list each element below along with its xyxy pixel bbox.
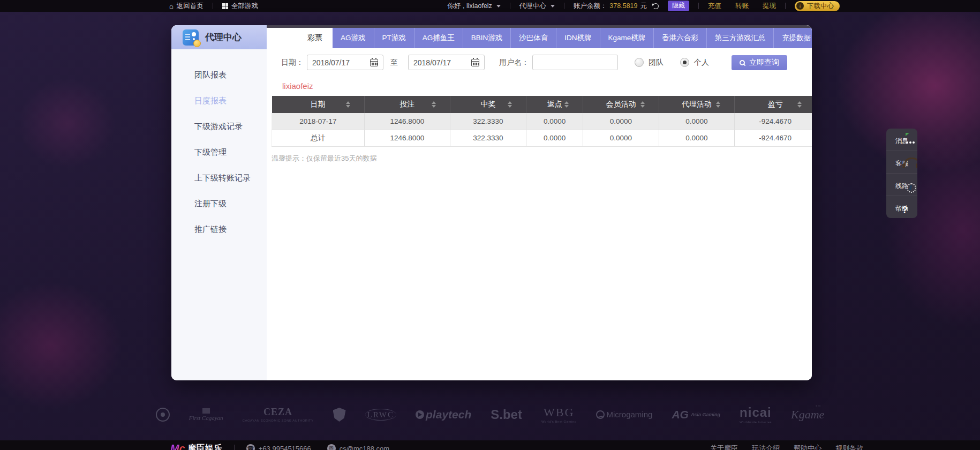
agent-center-label: 代理中心 xyxy=(519,2,546,11)
sort-icon[interactable] xyxy=(797,101,802,108)
sidebar-item[interactable]: 下级管理 xyxy=(171,139,267,165)
tab[interactable]: 第三方游戏汇总 xyxy=(707,28,774,48)
sidebar-item[interactable]: 注册下级 xyxy=(171,191,267,216)
divider xyxy=(510,3,510,9)
hide-balance-button[interactable]: 隐藏 xyxy=(668,1,689,11)
table-header-cell[interactable]: 代理活动 xyxy=(659,96,734,113)
playtech-icon xyxy=(416,410,424,419)
table-header-cell[interactable]: 日期 xyxy=(272,96,365,113)
user-menu[interactable]: 你好 , lixiaofeiz xyxy=(448,2,501,11)
date-from-input[interactable]: 2018/07/17 xyxy=(307,55,383,70)
sidebar-item[interactable]: 下级游戏记录 xyxy=(171,114,267,139)
tab[interactable]: 彩票 xyxy=(297,28,333,48)
table-cell: 0.0000 xyxy=(526,113,583,130)
tab[interactable]: Kgame棋牌 xyxy=(600,28,654,48)
query-button[interactable]: 立即查询 xyxy=(732,55,787,70)
lines-button[interactable]: 线路 xyxy=(886,174,917,196)
column-label: 代理活动 xyxy=(682,100,712,108)
tab[interactable]: AG游戏 xyxy=(333,28,374,48)
table-cell: 0.0000 xyxy=(583,130,659,146)
radio-personal[interactable] xyxy=(680,58,689,67)
download-center-label: 下载中心 xyxy=(807,2,834,11)
help-center-link[interactable]: 帮助中心 xyxy=(794,444,821,450)
retention-notice: 温馨提示：仅保留最近35天的数据 xyxy=(272,154,812,163)
all-games-label: 全部游戏 xyxy=(231,2,258,11)
greeting-label: 你好 , lixiaofeiz xyxy=(448,2,492,11)
agent-card-icon xyxy=(183,29,199,46)
divider xyxy=(234,445,235,450)
radio-team-label[interactable]: 团队 xyxy=(649,58,664,68)
grid-icon xyxy=(222,3,228,9)
customer-service-button[interactable]: 客服 xyxy=(886,151,917,174)
sidebar-item[interactable]: 团队报表 xyxy=(171,62,267,88)
partner-logo-nicai: nicaiWorldwide lotteries xyxy=(740,406,772,424)
download-icon: ↓ xyxy=(796,2,804,10)
calendar-icon[interactable] xyxy=(471,59,479,66)
tab[interactable]: 香港六合彩 xyxy=(654,28,707,48)
date-to-input[interactable]: 2018/07/17 xyxy=(408,55,485,70)
sort-icon[interactable] xyxy=(508,101,512,108)
all-games-link[interactable]: 全部游戏 xyxy=(222,2,258,11)
date-from-value: 2018/07/17 xyxy=(312,58,350,67)
sidebar-item[interactable]: 推广链接 xyxy=(171,216,267,242)
messages-button[interactable]: 消息 xyxy=(886,129,917,151)
radio-personal-label[interactable]: 个人 xyxy=(694,58,709,68)
email-contact: ✉ cs@mc188.com xyxy=(327,444,389,450)
how-to-play-link[interactable]: 玩法介绍 xyxy=(752,444,780,450)
tab[interactable]: IDN棋牌 xyxy=(556,28,600,48)
table-cell: 0.0000 xyxy=(583,113,659,130)
table-header-cell[interactable]: 盈亏 xyxy=(735,96,812,113)
column-label: 返点 xyxy=(547,100,562,108)
sort-icon[interactable] xyxy=(346,101,350,108)
crest-icon xyxy=(333,408,346,422)
withdraw-link[interactable]: 提现 xyxy=(763,2,776,11)
help-button[interactable]: 帮助 xyxy=(886,196,917,218)
transfer-link[interactable]: 转账 xyxy=(735,2,749,11)
divider xyxy=(213,3,213,9)
table-header-cell[interactable]: 返点 xyxy=(526,96,583,113)
column-label: 会员活动 xyxy=(606,100,636,108)
home-link[interactable]: ⌂ 返回首页 xyxy=(169,2,203,11)
agent-center-menu[interactable]: 代理中心 xyxy=(519,2,555,11)
home-icon: ⌂ xyxy=(169,3,174,10)
sort-icon[interactable] xyxy=(640,101,645,108)
content-area: 彩票 AG游戏 PT游戏 AG捕鱼王 BBIN游戏 沙巴体育 IDN棋牌 Kga… xyxy=(267,25,812,380)
balance-group: 账户余额： 378.5819 元 隐藏 xyxy=(574,1,689,11)
tab[interactable]: 充提数据 xyxy=(774,28,812,48)
floating-toolbar: 消息 客服 线路 帮助 xyxy=(886,129,917,218)
sidebar-item[interactable]: 上下级转账记录 xyxy=(171,165,267,191)
calendar-icon[interactable] xyxy=(370,59,378,66)
table-cell: 322.3330 xyxy=(450,113,526,130)
tab[interactable]: PT游戏 xyxy=(374,28,414,48)
query-button-label: 立即查询 xyxy=(749,58,779,68)
table-header-cell[interactable]: 会员活动 xyxy=(583,96,659,113)
download-center-button[interactable]: ↓ 下载中心 xyxy=(795,1,840,11)
refresh-icon[interactable] xyxy=(653,3,659,9)
rules-link[interactable]: 规则条款 xyxy=(835,444,863,450)
sort-icon[interactable] xyxy=(432,101,436,108)
bottombar: Mc 摩臣娱乐 ☎ +63 9954515666 ✉ cs@mc188.com … xyxy=(0,440,980,450)
table-header-cell[interactable]: 中奖 xyxy=(450,96,526,113)
microgaming-icon xyxy=(596,410,605,419)
table-body: 2018-07-17 1246.8000 322.3330 0.0000 0.0… xyxy=(272,113,812,146)
about-link[interactable]: 关于摩臣 xyxy=(710,444,738,450)
sidebar-header: 代理中心 xyxy=(171,25,267,49)
radio-team[interactable] xyxy=(635,58,644,67)
column-label: 盈亏 xyxy=(768,100,783,108)
tab[interactable]: 沙巴体育 xyxy=(511,28,556,48)
brand-name: 摩臣娱乐 xyxy=(188,443,222,450)
username-input[interactable] xyxy=(532,55,618,70)
tab-bar: 彩票 AG游戏 PT游戏 AG捕鱼王 BBIN游戏 沙巴体育 IDN棋牌 Kga… xyxy=(267,25,812,48)
partner-logo-sbet: S.bet xyxy=(491,408,522,422)
deposit-link[interactable]: 充值 xyxy=(708,2,721,11)
tab[interactable]: BBIN游戏 xyxy=(463,28,511,48)
table-header-cell[interactable]: 投注 xyxy=(364,96,450,113)
divider xyxy=(785,3,786,9)
tab[interactable]: AG捕鱼王 xyxy=(414,28,463,48)
email-icon: ✉ xyxy=(327,444,336,450)
sort-icon[interactable] xyxy=(716,101,720,108)
email-address: cs@mc188.com xyxy=(340,445,389,450)
sidebar-item[interactable]: 日度报表 xyxy=(171,88,267,114)
sort-icon[interactable] xyxy=(564,101,569,108)
report-username: lixiaofeiz xyxy=(282,81,812,91)
